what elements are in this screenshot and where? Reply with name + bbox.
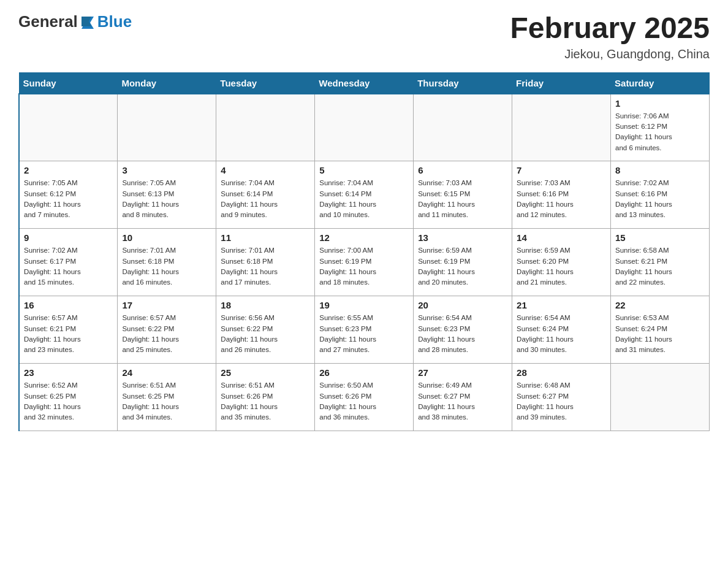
calendar-cell: 6Sunrise: 7:03 AM Sunset: 6:15 PM Daylig… xyxy=(414,161,512,229)
day-info: Sunrise: 6:56 AM Sunset: 6:22 PM Dayligh… xyxy=(221,313,310,355)
day-number: 5 xyxy=(319,165,409,175)
day-number: 21 xyxy=(517,300,606,310)
calendar-cell: 16Sunrise: 6:57 AM Sunset: 6:21 PM Dayli… xyxy=(19,296,118,364)
day-number: 23 xyxy=(24,367,113,378)
calendar-cell: 5Sunrise: 7:04 AM Sunset: 6:14 PM Daylig… xyxy=(315,161,414,229)
day-info: Sunrise: 6:51 AM Sunset: 6:25 PM Dayligh… xyxy=(122,380,211,423)
calendar-cell: 11Sunrise: 7:01 AM Sunset: 6:18 PM Dayli… xyxy=(216,229,315,296)
calendar-cell: 17Sunrise: 6:57 AM Sunset: 6:22 PM Dayli… xyxy=(118,296,216,364)
calendar-cell xyxy=(315,94,414,161)
day-number: 18 xyxy=(221,300,310,310)
calendar-cell: 25Sunrise: 6:51 AM Sunset: 6:26 PM Dayli… xyxy=(216,364,315,431)
calendar-cell: 3Sunrise: 7:05 AM Sunset: 6:13 PM Daylig… xyxy=(118,161,216,229)
day-number: 11 xyxy=(221,232,310,243)
calendar-cell xyxy=(118,94,216,161)
day-number: 14 xyxy=(517,232,606,243)
day-info: Sunrise: 7:06 AM Sunset: 6:12 PM Dayligh… xyxy=(615,111,705,153)
day-number: 9 xyxy=(24,232,113,243)
calendar-cell: 9Sunrise: 7:02 AM Sunset: 6:17 PM Daylig… xyxy=(19,229,118,296)
calendar-cell: 20Sunrise: 6:54 AM Sunset: 6:23 PM Dayli… xyxy=(414,296,512,364)
calendar-title: February 2025 xyxy=(510,12,710,45)
calendar-cell xyxy=(19,94,118,161)
day-info: Sunrise: 7:05 AM Sunset: 6:13 PM Dayligh… xyxy=(122,178,211,220)
day-info: Sunrise: 7:01 AM Sunset: 6:18 PM Dayligh… xyxy=(221,245,310,288)
day-info: Sunrise: 6:50 AM Sunset: 6:26 PM Dayligh… xyxy=(319,380,409,423)
day-info: Sunrise: 6:51 AM Sunset: 6:26 PM Dayligh… xyxy=(221,380,310,423)
page-header: General Blue February 2025 Jiekou, Guang… xyxy=(18,12,710,61)
calendar-subtitle: Jiekou, Guangdong, China xyxy=(510,47,710,61)
day-info: Sunrise: 7:02 AM Sunset: 6:17 PM Dayligh… xyxy=(24,245,113,288)
day-number: 22 xyxy=(615,300,705,310)
calendar-cell: 8Sunrise: 7:02 AM Sunset: 6:16 PM Daylig… xyxy=(611,161,710,229)
calendar-cell: 15Sunrise: 6:58 AM Sunset: 6:21 PM Dayli… xyxy=(611,229,710,296)
calendar-cell: 2Sunrise: 7:05 AM Sunset: 6:12 PM Daylig… xyxy=(19,161,118,229)
calendar-table: SundayMondayTuesdayWednesdayThursdayFrid… xyxy=(18,72,710,432)
calendar-cell xyxy=(414,94,512,161)
day-number: 13 xyxy=(418,232,507,243)
day-info: Sunrise: 6:54 AM Sunset: 6:23 PM Dayligh… xyxy=(418,313,507,355)
calendar-cell: 23Sunrise: 6:52 AM Sunset: 6:25 PM Dayli… xyxy=(19,364,118,431)
weekday-header-sunday: Sunday xyxy=(19,72,118,94)
calendar-cell: 28Sunrise: 6:48 AM Sunset: 6:27 PM Dayli… xyxy=(512,364,611,431)
calendar-cell xyxy=(611,364,710,431)
day-info: Sunrise: 6:55 AM Sunset: 6:23 PM Dayligh… xyxy=(319,313,409,355)
logo: General Blue xyxy=(18,12,132,31)
day-info: Sunrise: 7:03 AM Sunset: 6:15 PM Dayligh… xyxy=(418,178,507,220)
calendar-cell: 10Sunrise: 7:01 AM Sunset: 6:18 PM Dayli… xyxy=(118,229,216,296)
day-info: Sunrise: 7:04 AM Sunset: 6:14 PM Dayligh… xyxy=(319,178,409,220)
day-number: 19 xyxy=(319,300,409,310)
day-number: 25 xyxy=(221,367,310,378)
day-number: 20 xyxy=(418,300,507,310)
day-info: Sunrise: 6:58 AM Sunset: 6:21 PM Dayligh… xyxy=(615,245,705,288)
day-number: 28 xyxy=(517,367,606,378)
calendar-cell: 27Sunrise: 6:49 AM Sunset: 6:27 PM Dayli… xyxy=(414,364,512,431)
day-number: 8 xyxy=(615,165,705,175)
calendar-cell: 19Sunrise: 6:55 AM Sunset: 6:23 PM Dayli… xyxy=(315,296,414,364)
calendar-cell: 22Sunrise: 6:53 AM Sunset: 6:24 PM Dayli… xyxy=(611,296,710,364)
day-number: 16 xyxy=(24,300,113,310)
day-number: 1 xyxy=(615,98,705,109)
day-number: 6 xyxy=(418,165,507,175)
calendar-cell: 24Sunrise: 6:51 AM Sunset: 6:25 PM Dayli… xyxy=(118,364,216,431)
day-info: Sunrise: 7:02 AM Sunset: 6:16 PM Dayligh… xyxy=(615,178,705,220)
day-info: Sunrise: 6:54 AM Sunset: 6:24 PM Dayligh… xyxy=(517,313,606,355)
day-info: Sunrise: 7:05 AM Sunset: 6:12 PM Dayligh… xyxy=(24,178,113,220)
weekday-header-wednesday: Wednesday xyxy=(315,72,414,94)
weekday-header-thursday: Thursday xyxy=(414,72,512,94)
day-number: 15 xyxy=(615,232,705,243)
day-info: Sunrise: 6:59 AM Sunset: 6:20 PM Dayligh… xyxy=(517,245,606,288)
day-info: Sunrise: 6:48 AM Sunset: 6:27 PM Dayligh… xyxy=(517,380,606,423)
calendar-cell: 4Sunrise: 7:04 AM Sunset: 6:14 PM Daylig… xyxy=(216,161,315,229)
day-number: 24 xyxy=(122,367,211,378)
day-info: Sunrise: 7:04 AM Sunset: 6:14 PM Dayligh… xyxy=(221,178,310,220)
day-info: Sunrise: 6:59 AM Sunset: 6:19 PM Dayligh… xyxy=(418,245,507,288)
title-block: February 2025 Jiekou, Guangdong, China xyxy=(510,12,710,61)
weekday-header-friday: Friday xyxy=(512,72,611,94)
calendar-cell xyxy=(512,94,611,161)
day-number: 7 xyxy=(517,165,606,175)
day-info: Sunrise: 7:03 AM Sunset: 6:16 PM Dayligh… xyxy=(517,178,606,220)
day-number: 17 xyxy=(122,300,211,310)
day-info: Sunrise: 6:49 AM Sunset: 6:27 PM Dayligh… xyxy=(418,380,507,423)
day-info: Sunrise: 7:01 AM Sunset: 6:18 PM Dayligh… xyxy=(122,245,211,288)
day-number: 3 xyxy=(122,165,211,175)
day-info: Sunrise: 6:52 AM Sunset: 6:25 PM Dayligh… xyxy=(24,380,113,423)
logo-flag-icon xyxy=(79,14,96,31)
weekday-header-row: SundayMondayTuesdayWednesdayThursdayFrid… xyxy=(19,72,710,94)
calendar-week-row-4: 16Sunrise: 6:57 AM Sunset: 6:21 PM Dayli… xyxy=(19,296,710,364)
calendar-week-row-3: 9Sunrise: 7:02 AM Sunset: 6:17 PM Daylig… xyxy=(19,229,710,296)
day-number: 27 xyxy=(418,367,507,378)
day-info: Sunrise: 6:53 AM Sunset: 6:24 PM Dayligh… xyxy=(615,313,705,355)
calendar-cell: 1Sunrise: 7:06 AM Sunset: 6:12 PM Daylig… xyxy=(611,94,710,161)
calendar-cell: 18Sunrise: 6:56 AM Sunset: 6:22 PM Dayli… xyxy=(216,296,315,364)
calendar-week-row-2: 2Sunrise: 7:05 AM Sunset: 6:12 PM Daylig… xyxy=(19,161,710,229)
calendar-cell: 26Sunrise: 6:50 AM Sunset: 6:26 PM Dayli… xyxy=(315,364,414,431)
weekday-header-monday: Monday xyxy=(118,72,216,94)
day-info: Sunrise: 6:57 AM Sunset: 6:21 PM Dayligh… xyxy=(24,313,113,355)
calendar-week-row-5: 23Sunrise: 6:52 AM Sunset: 6:25 PM Dayli… xyxy=(19,364,710,431)
calendar-cell: 14Sunrise: 6:59 AM Sunset: 6:20 PM Dayli… xyxy=(512,229,611,296)
weekday-header-saturday: Saturday xyxy=(611,72,710,94)
day-number: 2 xyxy=(24,165,113,175)
calendar-cell: 13Sunrise: 6:59 AM Sunset: 6:19 PM Dayli… xyxy=(414,229,512,296)
day-number: 26 xyxy=(319,367,409,378)
